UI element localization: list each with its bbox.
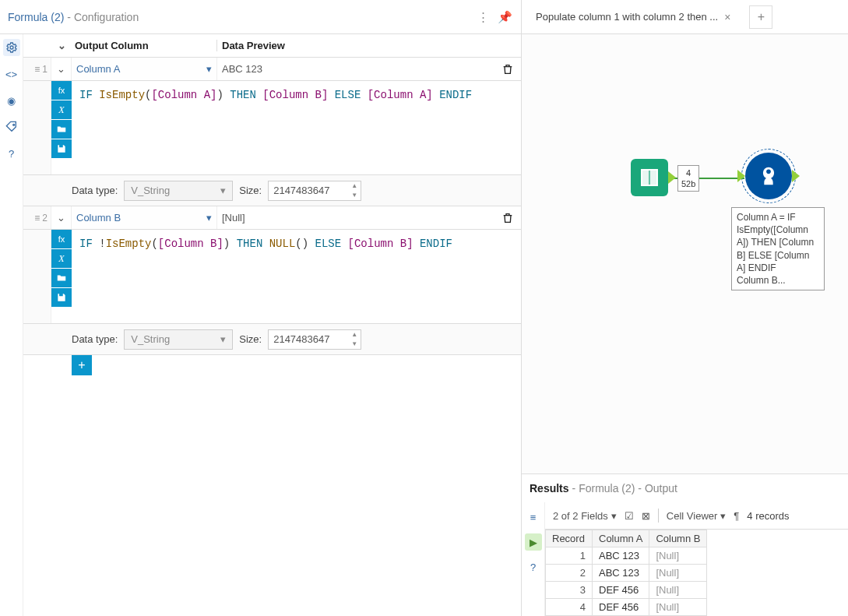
data-type-label: Data type: — [72, 185, 118, 196]
column-header[interactable]: Record — [546, 530, 593, 547]
tag-icon[interactable] — [3, 118, 20, 136]
table-row[interactable]: 2ABC 123[Null] — [546, 565, 707, 582]
fields-dropdown[interactable]: 2 of 2 Fields ▾ — [553, 510, 617, 522]
results-panel: Results - Formula (2) - Output ≡ ▶ ? 2 o… — [522, 473, 848, 616]
data-type-select[interactable]: V_String▾ — [124, 329, 233, 350]
column-header[interactable]: Column A — [593, 530, 649, 547]
chevron-down-icon[interactable]: ⌄ — [51, 58, 72, 80]
data-type-label: Data type: — [72, 333, 118, 345]
expression-tools: fx X — [51, 81, 72, 174]
pin-icon[interactable]: 📌 — [496, 9, 513, 26]
record-count-badge: 4 52b — [677, 165, 699, 192]
formula-tool[interactable] — [745, 153, 792, 199]
trash-icon[interactable] — [494, 206, 521, 229]
help-icon[interactable]: ? — [525, 558, 542, 576]
dropdown-icon: ▾ — [720, 510, 726, 522]
variable-button[interactable]: X — [51, 249, 72, 268]
record-count-label: 4 records — [747, 510, 789, 522]
spin-down-icon[interactable]: ▼ — [348, 340, 361, 349]
drag-handle[interactable]: ≡ 2 — [23, 206, 51, 229]
dropdown-icon: ▾ — [220, 333, 226, 345]
output-anchor-icon[interactable] — [668, 171, 676, 184]
code-icon[interactable]: <> — [3, 65, 20, 83]
spin-up-icon[interactable]: ▲ — [348, 330, 361, 340]
table-row[interactable]: 3DEF 456[Null] — [546, 582, 707, 599]
svg-point-1 — [12, 124, 14, 125]
dropdown-icon: ▾ — [206, 63, 212, 75]
results-vertical-toolbar: ≡ ▶ ? — [522, 502, 545, 616]
table-row[interactable]: 4DEF 456[Null] — [546, 599, 707, 616]
header-data-preview: Data Preview — [217, 40, 521, 51]
trash-icon[interactable] — [494, 58, 521, 80]
tab-workflow[interactable]: Populate column 1 with column 2 then ...… — [530, 8, 737, 26]
help-icon[interactable]: ? — [3, 145, 20, 162]
drag-handle[interactable]: ≡ 1 — [23, 58, 51, 80]
input-anchor-icon[interactable] — [737, 170, 745, 182]
size-input[interactable] — [268, 181, 361, 201]
chevron-down-icon[interactable]: ⌄ — [51, 40, 72, 51]
preview-value: [Null] — [217, 206, 494, 229]
config-header: Formula (2) - Configuration ⋮ 📌 — [0, 0, 521, 34]
dropdown-icon: ▾ — [220, 185, 226, 196]
target-icon[interactable]: ◉ — [3, 92, 20, 109]
expression-editor[interactable]: IF IsEmpty([Column A]) THEN [Column B] E… — [72, 81, 521, 174]
tool-annotation: Column A = IF IsEmpty([Column A]) THEN [… — [731, 207, 825, 290]
size-label: Size: — [239, 185, 262, 196]
svg-point-0 — [10, 46, 13, 49]
list-icon[interactable]: ≡ — [525, 509, 542, 526]
chevron-down-icon[interactable]: ⌄ — [51, 206, 72, 229]
expression-editor[interactable]: IF !IsEmpty([Column B]) THEN NULL() ELSE… — [72, 230, 521, 323]
text-input-tool[interactable] — [631, 159, 668, 196]
workflow-canvas[interactable]: 4 52b Column A = IF IsEmpty([Column A]) … — [522, 34, 848, 473]
folder-button[interactable] — [51, 269, 72, 287]
save-button[interactable] — [51, 288, 72, 307]
clear-icon[interactable]: ⊠ — [642, 510, 650, 522]
column-headers: ⌄ Output Column Data Preview — [23, 34, 521, 58]
config-subtitle: - Configuration — [67, 11, 139, 23]
table-row[interactable]: 1ABC 123[Null] — [546, 547, 707, 565]
spin-down-icon[interactable]: ▼ — [348, 191, 361, 200]
add-formula-button[interactable]: + — [72, 355, 92, 375]
dropdown-icon: ▾ — [206, 212, 212, 224]
fx-button[interactable]: fx — [51, 230, 72, 248]
paragraph-icon[interactable]: ¶ — [734, 510, 739, 522]
folder-button[interactable] — [51, 120, 72, 139]
gear-icon[interactable] — [3, 39, 20, 56]
results-table[interactable]: Record Column A Column B 1ABC 123[Null] … — [545, 529, 848, 616]
svg-point-2 — [766, 170, 771, 174]
variable-button[interactable]: X — [51, 100, 72, 119]
tab-label: Populate column 1 with column 2 then ... — [536, 11, 718, 23]
expression-tools: fx X — [51, 230, 72, 323]
spin-up-icon[interactable]: ▲ — [348, 181, 361, 191]
fx-button[interactable]: fx — [51, 81, 72, 100]
size-label: Size: — [239, 333, 262, 345]
size-input[interactable] — [268, 329, 361, 350]
more-icon[interactable]: ⋮ — [474, 9, 491, 26]
output-column-select[interactable]: Column A▾ — [72, 58, 217, 80]
preview-value: ABC 123 — [217, 58, 494, 80]
output-column-select[interactable]: Column B▾ — [72, 206, 217, 229]
formula-block-2: ≡ 2 ⌄ Column B▾ [Null] fx — [23, 206, 521, 355]
results-subtitle: - Formula (2) - Output — [572, 482, 677, 495]
save-button[interactable] — [51, 139, 72, 158]
close-icon[interactable]: × — [724, 11, 730, 23]
formula-block-1: ≡ 1 ⌄ Column A▾ ABC 123 fx — [23, 58, 521, 206]
results-toolbar: 2 of 2 Fields ▾ ☑ ⊠ Cell Viewer ▾ ¶ 4 re… — [545, 509, 848, 529]
column-header[interactable]: Column B — [649, 530, 707, 547]
results-title: Results — [530, 482, 569, 495]
output-anchor-icon[interactable]: ▶ — [525, 533, 542, 551]
add-tab-button[interactable]: + — [749, 5, 772, 29]
data-type-select[interactable]: V_String▾ — [124, 181, 233, 201]
config-vertical-toolbar: <> ◉ ? — [0, 34, 23, 616]
header-output-column: Output Column — [72, 40, 217, 51]
checkbox-icon[interactable]: ☑ — [625, 510, 634, 522]
config-title: Formula (2) — [8, 11, 64, 23]
output-anchor-icon[interactable] — [792, 170, 800, 182]
workflow-tabs: Populate column 1 with column 2 then ...… — [522, 0, 848, 34]
cell-viewer-dropdown[interactable]: Cell Viewer ▾ — [667, 510, 727, 522]
dropdown-icon: ▾ — [611, 510, 617, 522]
